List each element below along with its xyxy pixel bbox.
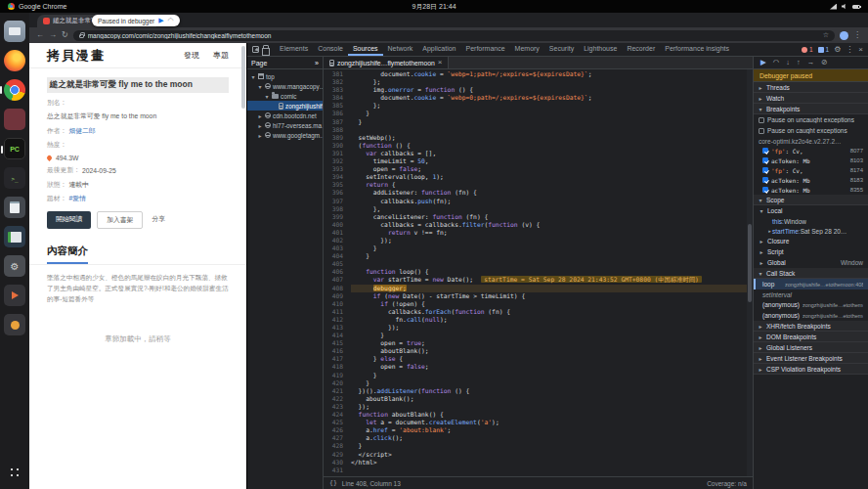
section-csp-violation-breakpoints[interactable]: ▸CSP Violation Breakpoints — [754, 364, 868, 375]
line-number[interactable]: 402 — [324, 237, 343, 244]
line-number[interactable]: 409 — [324, 292, 343, 300]
code-line[interactable] — [351, 260, 753, 268]
line-number[interactable]: 415 — [324, 339, 343, 347]
devtools-tab-memory[interactable]: Memory — [510, 43, 544, 56]
line-number[interactable]: 414 — [324, 332, 343, 339]
step-button[interactable]: → — [807, 59, 815, 67]
file-tree-item[interactable]: ▸cdn.bootcdn.net — [247, 111, 323, 120]
info-value[interactable]: 畑健二郎 — [68, 126, 95, 136]
gimp-icon[interactable] — [4, 109, 25, 130]
read-button[interactable]: 開始閱讀 — [47, 211, 91, 229]
section-dom-breakpoints[interactable]: ▸DOM Breakpoints — [754, 332, 868, 342]
call-stack-frame[interactable]: loopzongzhijiushife…etothemoon:408 — [754, 279, 868, 289]
code-line[interactable]: </script> — [351, 451, 753, 459]
line-number[interactable]: 385 — [324, 102, 343, 110]
code-line[interactable]: function loop() { — [351, 268, 753, 276]
section-scope[interactable]: ▾Scope — [754, 195, 868, 205]
line-number[interactable]: 420 — [324, 379, 343, 387]
line-number[interactable]: 419 — [324, 372, 343, 379]
scope-group[interactable]: ▾Local — [754, 205, 868, 216]
section-event-listener-breakpoints[interactable]: ▸Event Listener Breakpoints — [754, 353, 868, 364]
checkbox-icon[interactable] — [762, 167, 768, 173]
address-bar[interactable]: mangacopy.com/comic/zongzhijiushifeichan… — [73, 30, 835, 41]
line-number[interactable]: 399 — [324, 213, 343, 221]
exception-toggle[interactable]: Pause on uncaught exceptions — [754, 114, 868, 125]
file-tree-item[interactable]: zongzhijiushif… — [247, 101, 323, 111]
resume-script-button[interactable]: ▶ — [158, 17, 163, 24]
line-number[interactable]: 413 — [324, 324, 343, 332]
line-number[interactable]: 384 — [324, 94, 343, 102]
deactivate-breakpoints-button[interactable]: ⊘ — [821, 59, 827, 67]
code-line[interactable]: if (new Date() - startTime > timeLimit) … — [351, 292, 753, 300]
code-line[interactable]: } — [351, 252, 753, 260]
line-number[interactable]: 405 — [324, 260, 343, 268]
code-line[interactable]: var startTime = new Date();startTime = S… — [351, 276, 753, 284]
line-number[interactable]: 408 — [324, 285, 343, 292]
code-line[interactable]: }, — [351, 205, 753, 213]
code-line[interactable]: } — [351, 110, 753, 117]
terminal-icon[interactable]: >_ — [4, 167, 25, 189]
section-threads[interactable]: ▸Threads — [754, 82, 868, 93]
code-line[interactable]: setWebp(); — [351, 134, 753, 142]
line-number[interactable]: 394 — [324, 173, 343, 181]
devtools-tab-elements[interactable]: Elements — [275, 43, 313, 56]
scope-group[interactable]: ▸Script — [754, 246, 868, 257]
devtools-tab-network[interactable]: Network — [383, 43, 418, 56]
step-into-button[interactable]: ↓ — [786, 59, 790, 67]
code-line[interactable]: }; — [351, 102, 753, 110]
navigator-page-tab[interactable]: Page — [251, 60, 267, 67]
code-line[interactable]: open = false; — [351, 363, 753, 371]
devtools-tab-recorder[interactable]: Recorder — [622, 43, 660, 56]
line-number[interactable]: 417 — [324, 355, 343, 363]
line-number[interactable]: 421 — [324, 387, 343, 395]
line-number[interactable]: 431 — [324, 467, 343, 474]
code-line[interactable]: } — [351, 118, 753, 126]
code-line[interactable]: </html> — [351, 459, 753, 467]
line-number[interactable]: 429 — [324, 451, 343, 459]
code-line[interactable]: } — [351, 244, 753, 252]
section-global-listeners[interactable]: ▸Global Listeners — [754, 342, 868, 353]
line-number[interactable]: 418 — [324, 363, 343, 371]
line-number[interactable]: 391 — [324, 150, 343, 157]
line-number[interactable]: 388 — [324, 126, 343, 134]
code-line[interactable]: } — [351, 372, 753, 379]
checkbox-icon[interactable] — [759, 117, 764, 123]
file-tree-item[interactable]: ▸www.googletagm… — [247, 130, 323, 140]
section-breakpoints[interactable]: ▾Breakpoints — [754, 104, 868, 114]
files-icon[interactable] — [4, 21, 25, 42]
line-number[interactable]: 411 — [324, 308, 343, 316]
call-stack-frame[interactable]: (anonymous)zongzhijiushife…etothemoon — [754, 299, 868, 310]
code-line[interactable]: })().addListener(function () { — [351, 387, 753, 395]
code-line[interactable]: open = false; — [351, 165, 753, 173]
line-number[interactable]: 423 — [324, 403, 343, 411]
line-number[interactable]: 424 — [324, 411, 343, 419]
site-nav-item[interactable]: 發現 — [184, 50, 199, 61]
scope-variable[interactable]: this: Window — [754, 216, 868, 226]
section-call-stack[interactable]: ▾Call Stack — [754, 268, 868, 279]
exception-toggle[interactable]: Pause on caught exceptions — [754, 125, 868, 136]
line-number[interactable]: 395 — [324, 181, 343, 189]
site-logo[interactable]: 拷貝漫畫 — [47, 47, 106, 65]
resume-button[interactable]: ▶ — [760, 59, 766, 67]
checkbox-icon[interactable] — [762, 148, 768, 154]
code-line[interactable]: }); — [351, 237, 753, 244]
step-out-button[interactable]: ↑ — [797, 59, 801, 67]
line-number[interactable]: 400 — [324, 221, 343, 229]
step-over-badge-button[interactable]: ◠ — [168, 17, 174, 24]
office-icon[interactable] — [4, 226, 25, 247]
system-tray[interactable] — [830, 4, 860, 10]
code-line[interactable]: }); — [351, 403, 753, 411]
code-line[interactable]: document.cookie = `webp=1;path=/;expires… — [351, 70, 753, 78]
share-button[interactable]: 分享 — [149, 211, 174, 229]
editor-gutter[interactable]: 3813823833843853863873883893903913923933… — [324, 69, 347, 476]
bookmark-star-icon[interactable]: ☆ — [823, 31, 829, 39]
breakpoint-entry[interactable]: acToken: Mb8355 — [754, 185, 868, 195]
browser-menu-button[interactable]: ⋮ — [853, 31, 861, 39]
code-line[interactable]: a.click(); — [351, 434, 753, 442]
scope-group[interactable]: ▸GlobalWindow — [754, 257, 868, 268]
line-number[interactable]: 425 — [324, 419, 343, 426]
texteditor-icon[interactable] — [4, 197, 25, 218]
pycharm-icon[interactable]: PC — [4, 138, 25, 159]
step-over-button[interactable]: ◠ — [773, 59, 780, 67]
code-line[interactable]: open = true; — [351, 339, 753, 347]
